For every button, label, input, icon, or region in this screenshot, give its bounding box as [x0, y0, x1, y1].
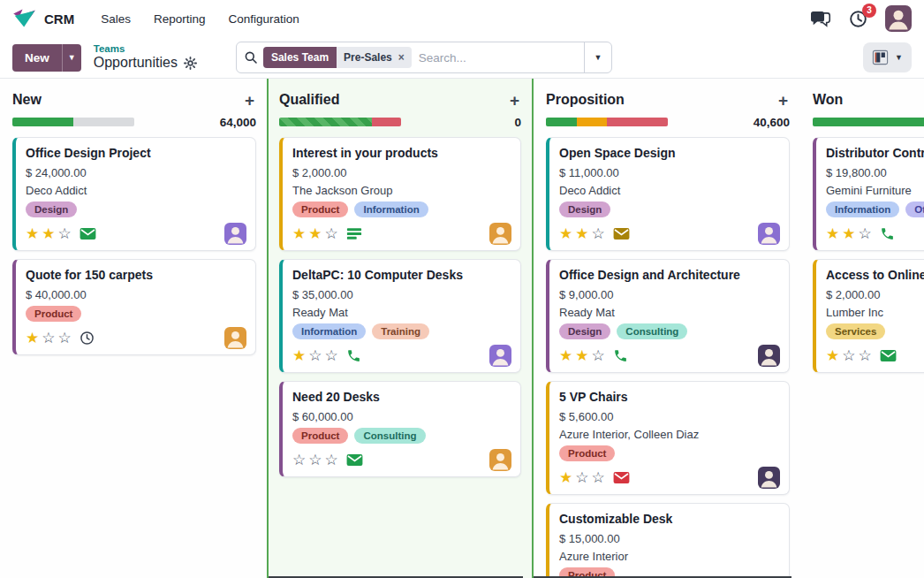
user-avatar[interactable]	[885, 5, 912, 32]
star-icon[interactable]: ★	[842, 226, 855, 241]
column-progressbar[interactable]	[279, 118, 401, 126]
kanban-card[interactable]: Distributor Contract$ 19,800.00Gemini Fu…	[813, 137, 924, 251]
progress-segment[interactable]	[607, 118, 668, 126]
tag-consulting: Consulting	[617, 323, 687, 339]
star-icon[interactable]: ★	[826, 226, 839, 241]
add-record-button[interactable]: +	[508, 92, 521, 109]
menu-reporting[interactable]: Reporting	[154, 12, 206, 26]
kanban-card[interactable]: Open Space Design$ 11,000.00Deco AddictD…	[546, 137, 790, 251]
add-record-button[interactable]: +	[243, 92, 256, 109]
kanban-card[interactable]: Interest in your products$ 2,000.00The J…	[279, 137, 521, 251]
kanban-card[interactable]: Office Design and Architecture$ 9,000.00…	[546, 259, 790, 373]
envelope-icon[interactable]	[880, 349, 897, 362]
star-icon[interactable]: ★	[26, 331, 39, 346]
kanban-card[interactable]: Customizable Desk$ 15,000.00Azure Interi…	[546, 503, 790, 578]
star-icon[interactable]: ☆	[325, 226, 338, 241]
card-footer: ★☆☆	[26, 326, 246, 349]
progress-segment[interactable]	[73, 118, 134, 126]
star-icon[interactable]: ☆	[58, 331, 72, 346]
kanban-card[interactable]: Office Design Project$ 24,000.00Deco Add…	[12, 137, 256, 251]
card-title: Customizable Desk	[559, 511, 780, 528]
phone-icon[interactable]	[613, 348, 628, 363]
card-company: Deco Addict	[26, 183, 246, 199]
breadcrumb-teams-link[interactable]: Teams	[94, 43, 197, 55]
settings-gear-button[interactable]	[184, 57, 197, 70]
clock-icon[interactable]	[80, 331, 95, 346]
card-tags: Design	[559, 202, 780, 217]
search-input[interactable]	[417, 50, 577, 65]
kanban-card[interactable]: DeltaPC: 10 Computer Desks$ 35,000.00Rea…	[279, 259, 521, 373]
star-icon[interactable]: ★	[308, 226, 322, 241]
column-progressbar[interactable]	[546, 118, 668, 126]
envelope-icon[interactable]	[613, 227, 630, 240]
new-dropdown-caret[interactable]: ▼	[62, 44, 81, 72]
star-icon[interactable]: ★	[559, 470, 572, 485]
progress-segment[interactable]	[546, 118, 577, 126]
salesperson-avatar[interactable]	[489, 345, 511, 367]
progress-segment[interactable]	[577, 118, 608, 126]
kanban-card[interactable]: Access to Online Catalog$ 2,000.00Lumber…	[813, 259, 924, 373]
tag-training: Training	[372, 323, 429, 339]
star-icon[interactable]: ☆	[308, 453, 322, 468]
star-icon[interactable]: ★	[559, 226, 572, 241]
star-icon[interactable]: ☆	[842, 348, 855, 363]
envelope-icon[interactable]	[346, 453, 363, 467]
star-icon[interactable]: ★	[42, 226, 55, 241]
app-brand[interactable]: CRM	[12, 8, 74, 29]
column-progressbar[interactable]	[813, 118, 924, 126]
star-icon[interactable]: ★	[292, 348, 306, 363]
phone-icon[interactable]	[346, 348, 361, 363]
star-icon[interactable]: ☆	[859, 348, 872, 363]
card-title: Open Space Design	[559, 145, 780, 162]
kanban-card[interactable]: Quote for 150 carpets$ 40,000.00Product★…	[12, 259, 256, 355]
star-icon[interactable]: ★	[575, 348, 588, 363]
star-icon[interactable]: ☆	[325, 453, 338, 468]
activities-button[interactable]: 3	[849, 10, 867, 28]
star-icon[interactable]: ★	[826, 348, 839, 363]
menu-configuration[interactable]: Configuration	[229, 12, 299, 26]
salesperson-avatar[interactable]	[758, 345, 780, 367]
salesperson-avatar[interactable]	[224, 223, 246, 245]
star-icon[interactable]: ☆	[859, 226, 872, 241]
search-dropdown-caret[interactable]: ▼	[584, 42, 611, 72]
progress-segment[interactable]	[12, 118, 73, 126]
star-icon[interactable]: ☆	[575, 470, 588, 485]
menu-sales[interactable]: Sales	[101, 12, 131, 26]
facet-remove-icon[interactable]: ×	[398, 51, 405, 64]
star-icon[interactable]: ★	[559, 348, 572, 363]
tag-information: Information	[354, 202, 428, 217]
salesperson-avatar[interactable]	[224, 327, 246, 349]
column-cards: Distributor Contract$ 19,800.00Gemini Fu…	[813, 137, 924, 373]
star-icon[interactable]: ☆	[592, 470, 605, 485]
messages-button[interactable]	[811, 11, 831, 27]
salesperson-avatar[interactable]	[489, 449, 511, 471]
progress-segment[interactable]	[372, 118, 401, 126]
new-button[interactable]: New	[12, 44, 62, 72]
star-icon[interactable]: ☆	[292, 453, 306, 468]
top-nav-bar: CRM SalesReportingConfiguration 3	[0, 0, 924, 37]
envelope-icon[interactable]	[80, 227, 96, 240]
phone-icon[interactable]	[880, 226, 895, 241]
kanban-card[interactable]: Need 20 Desks$ 60,000.00ProductConsultin…	[279, 381, 521, 477]
envelope-icon[interactable]	[613, 471, 630, 484]
column-progressbar[interactable]	[12, 118, 134, 126]
add-record-button[interactable]: +	[776, 92, 790, 109]
salesperson-avatar[interactable]	[758, 223, 780, 245]
progress-segment[interactable]	[279, 118, 372, 126]
star-icon[interactable]: ★	[292, 226, 306, 241]
kanban-card[interactable]: 5 VP Chairs$ 5,600.00Azure Interior, Col…	[546, 381, 790, 495]
view-switcher-button[interactable]: ▼	[863, 42, 912, 72]
star-icon[interactable]: ★	[26, 226, 39, 241]
star-icon[interactable]: ☆	[308, 348, 322, 363]
star-icon[interactable]: ☆	[592, 226, 605, 241]
progress-segment[interactable]	[813, 118, 924, 126]
salesperson-avatar[interactable]	[758, 467, 780, 489]
star-icon[interactable]: ☆	[325, 348, 338, 363]
star-icon[interactable]: ☆	[592, 348, 605, 363]
star-icon[interactable]: ★	[575, 226, 588, 241]
star-icon[interactable]: ☆	[42, 331, 55, 346]
column-cards: Open Space Design$ 11,000.00Deco AddictD…	[546, 137, 790, 578]
star-icon[interactable]: ☆	[58, 226, 72, 241]
salesperson-avatar[interactable]	[489, 223, 511, 245]
list-icon[interactable]	[346, 227, 362, 240]
